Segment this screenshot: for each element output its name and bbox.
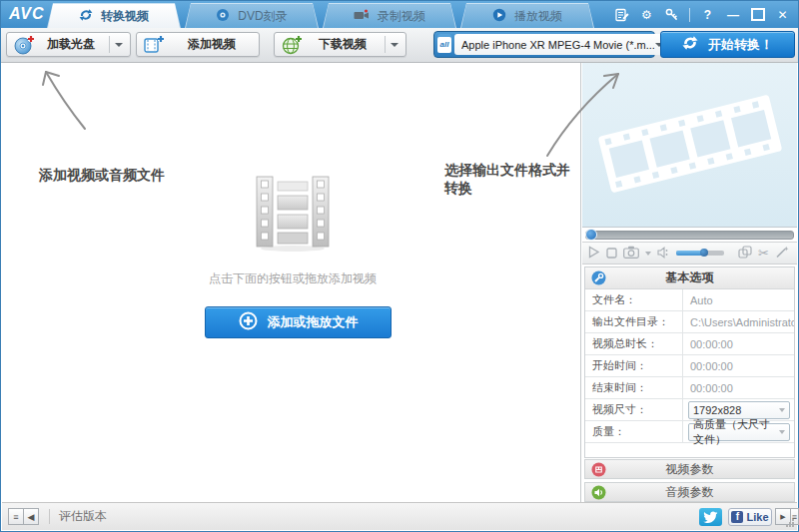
disc-plus-icon [14,35,35,55]
divider [49,509,50,524]
titlebar: AVC 转换视频 DVD刻录 录制视频 [1,1,798,28]
snapshot-menu-arrow[interactable] [645,252,651,256]
settings-gear-icon[interactable]: ⚙ [639,7,654,22]
option-row-duration: 视频总时长： 00:00:00 [585,333,794,355]
duration-value: 00:00:00 [683,338,794,350]
facebook-icon: f [731,511,743,523]
volume-thumb[interactable] [700,249,708,257]
option-label: 结束时间： [585,377,683,398]
end-time-value: 00:00:00 [683,382,794,394]
option-row-output-dir: 输出文件目录： C:\Users\Administrator... [585,311,794,333]
convert-sync-icon [79,8,93,25]
basic-options-title: 基本选项 [666,270,714,284]
chevron-down-icon [779,430,785,434]
sync-icon [682,35,698,54]
statusbar: ≡ ◀ 评估版本 f Like ▶ ≡ [2,502,797,530]
stop-button[interactable] [606,245,617,263]
maximize-icon[interactable] [750,7,765,22]
play-button[interactable] [587,245,600,263]
player-controls: ✂ [582,242,797,265]
wrench-icon [591,270,606,292]
start-time-value: 00:00:00 [683,360,794,372]
tab-record-video[interactable]: 录制视频 [323,3,456,28]
download-video-label: 下载视频 [303,36,383,53]
effects-wand-button[interactable] [775,245,789,263]
camcorder-icon [354,8,370,25]
dvd-disc-icon [216,8,230,25]
option-label: 视频总时长： [585,333,683,354]
log-icon[interactable] [614,7,629,22]
tab-label: 录制视频 [378,8,425,25]
output-format-select[interactable]: Apple iPhone XR MPEG-4 Movie (*.m... [454,34,668,55]
chevron-down-icon[interactable] [391,43,399,47]
output-dir-value[interactable]: C:\Users\Administrator... [683,315,794,328]
tab-dvd-burn[interactable]: DVD刻录 [185,3,319,28]
main-area: 添加视频或音频文件 选择输出文件格式并转换 [2,62,797,503]
tab-convert-video[interactable]: 转换视频 [47,3,181,28]
quality-select[interactable]: 高质量（大尺寸文件） [688,423,790,441]
tab-label: 转换视频 [101,8,149,25]
clip-scissors-button[interactable]: ✂ [758,246,769,261]
option-label: 开始时间： [585,355,683,376]
video-params-bar[interactable]: 视频参数 [584,459,795,479]
snapshot-camera-button[interactable] [623,245,639,263]
app-logo: AVC [9,5,45,23]
option-row-filename: 文件名： Auto [585,289,794,311]
plus-circle-icon [239,311,258,333]
close-icon[interactable]: ✕ [775,7,790,22]
video-params-label: 视频参数 [666,461,714,478]
like-label: Like [746,511,768,523]
tab-play-video[interactable]: 播放视频 [460,3,594,28]
option-row-start-time: 开始时间： 00:00:00 [585,355,794,377]
add-video-label: 添加视频 [165,36,259,53]
toolbar: 加载光盘 添加视频 下载视频 all Apple iPhone XR MPEG-… [1,28,798,63]
minimize-icon[interactable]: — [725,7,740,22]
add-video-button[interactable]: 添加视频 [136,32,260,57]
option-row-quality: 质量： 高质量（大尺寸文件） [585,421,794,443]
basic-options-header[interactable]: 基本选项 [585,267,794,289]
audio-params-label: 音频参数 [666,484,714,501]
option-label: 输出文件目录： [585,311,683,332]
option-label: 文件名： [585,289,683,310]
twitter-button[interactable] [699,508,722,526]
output-format-value: Apple iPhone XR MPEG-4 Movie (*.m... [461,39,655,51]
collapse-left-button[interactable]: ◀ [23,508,39,525]
load-disc-button[interactable]: 加载光盘 [6,32,131,57]
drop-hint-text: 点击下面的按钮或拖放添加视频 [162,270,423,287]
start-convert-label: 开始转换！ [708,36,773,54]
add-or-drop-files-label: 添加或拖放文件 [268,313,359,331]
seek-thumb[interactable] [585,229,597,241]
output-format-group: all Apple iPhone XR MPEG-4 Movie (*.m... [433,31,655,58]
film-plus-icon [144,35,165,55]
resize-grip[interactable] [786,519,795,528]
volume-slider[interactable] [676,251,724,256]
audio-params-bar[interactable]: 音频参数 [584,482,795,502]
main-tabs: 转换视频 DVD刻录 录制视频 播放视频 [47,3,598,28]
download-video-button[interactable]: 下载视频 [274,32,406,57]
load-disc-label: 加载光盘 [35,36,107,53]
help-icon[interactable]: ? [700,7,715,22]
add-or-drop-files-button[interactable]: 添加或拖放文件 [205,306,392,338]
play-circle-icon [492,8,506,25]
globe-plus-icon [282,35,303,55]
chevron-down-icon[interactable] [115,43,123,47]
register-key-icon[interactable] [664,7,679,22]
popout-window-button[interactable] [738,245,752,263]
audio-speaker-icon [591,485,606,503]
version-label: 评估版本 [59,503,107,530]
video-list-panel: 添加视频或音频文件 选择输出文件格式并转换 [2,63,581,503]
facebook-like-button[interactable]: f Like [728,508,772,526]
option-row-end-time: 结束时间： 00:00:00 [585,377,794,399]
tab-label: 播放视频 [514,8,562,25]
twitter-bird-icon [703,511,718,524]
option-label: 质量： [585,421,683,442]
playlist-toggle-button[interactable]: ≡ [8,508,24,525]
filename-value: Auto [683,294,794,306]
option-label: 视频尺寸： [585,399,683,420]
start-convert-button[interactable]: 开始转换！ [660,31,795,58]
add-files-hint: 添加视频或音频文件 [39,167,165,185]
seek-track[interactable] [585,231,794,240]
video-film-icon [591,462,606,480]
seek-bar[interactable] [582,229,797,241]
volume-icon[interactable] [657,245,670,263]
